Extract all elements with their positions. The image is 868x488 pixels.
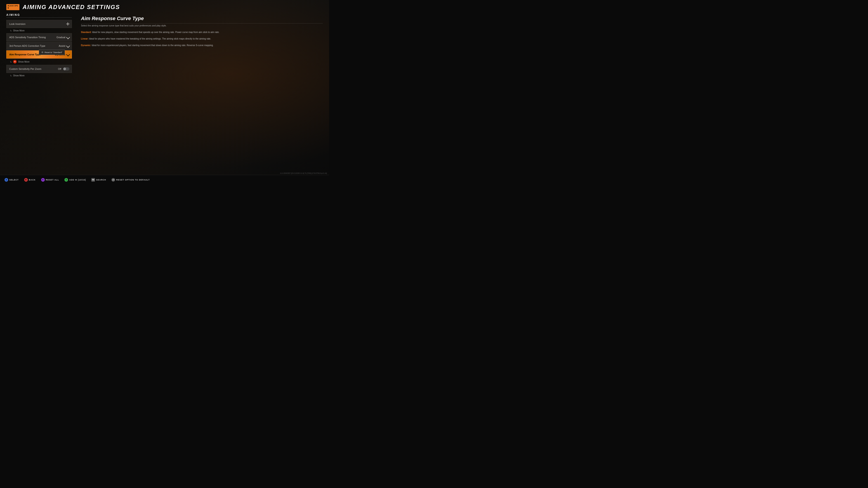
setting-label-ads-sensitivity: ADS Sensitivity Transition Timing [6,36,54,39]
info-text-linear: Ideal for players who have mastered the … [89,37,211,40]
bottom-btn-reset-option[interactable]: LS RESET OPTION TO DEFAULT [112,178,150,182]
plus-icon [66,22,69,26]
show-more-text-custom: Show More [13,74,25,77]
toggle-container: Off [58,67,69,70]
show-more-arrow: ↳ [10,29,12,32]
info-key-dynamic: Dynamic: [81,44,91,46]
show-more-custom-sensitivity[interactable]: ↳ Show More [6,73,72,78]
btn-label-back: BACK [29,179,36,181]
info-entry-standard: Standard: Ideal for new players, slow st… [81,31,323,34]
reset-tooltip[interactable]: ⟲ Reset to "Standard" [39,50,65,55]
game-logo: BLACK OPS 6 [6,4,20,10]
show-more-text: Show More [13,29,25,32]
bottom-bar: A SELECT B BACK X RESET ALL Y ADD ★ [10/… [0,175,329,184]
section-label: AIMING [6,13,72,18]
bottom-btn-reset-all[interactable]: X RESET ALL [41,178,59,182]
setting-label-look-inversion: Look Inversion [6,23,64,25]
btn-label-reset-all: RESET ALL [46,179,59,181]
info-entry-linear: Linear: Ideal for players who have maste… [81,37,323,40]
bottom-btn-add[interactable]: Y ADD ★ [10/15] [64,178,86,182]
btn-circle-ls: LS [112,178,115,182]
3rd-person-value-text: Assist [59,44,65,47]
bottom-btn-back[interactable]: B BACK [24,178,36,182]
chevron-icon-aim [66,53,70,57]
toggle-thumb [63,68,66,70]
setting-row-3rd-person[interactable]: 3rd Person ADS Correction Type Assist ⟲ … [6,42,72,50]
ads-value-text: Gradual [57,36,65,39]
header: BLACK OPS 6 AIMING ADVANCED SETTINGS [0,0,329,13]
setting-value-3rd-person: Assist [57,44,72,47]
btn-circle-y: Y [64,178,68,182]
left-panel: AIMING Look Inversion ↳ Show More ADS Se… [6,13,72,170]
setting-row-custom-sensitivity[interactable]: Custom Sensitivity Per Zoom Off [6,65,72,73]
btn-circle-x: X [41,178,45,182]
show-more-look-inversion[interactable]: ↳ Show More [6,29,72,33]
setting-value-look-inversion [64,22,72,26]
info-subtitle: Select the aiming response curve type th… [81,24,323,27]
setting-label-custom-sensitivity: Custom Sensitivity Per Zoom [6,68,56,70]
bottom-btn-search[interactable]: RB SEARCH [91,178,106,182]
btn-label-add: ADD ★ [10/15] [69,179,86,181]
reset-tooltip-icon: ⟲ [41,51,43,54]
right-panel: Aim Response Curve Type Select the aimin… [81,13,323,170]
setting-value-custom-sensitivity: Off [56,67,72,70]
info-key-linear: Linear: [81,37,88,40]
info-text-standard: Ideal for new players, slow starting mov… [92,31,219,33]
btn-circle-b: B [24,178,28,182]
app-container: BLACK OPS 6 AIMING ADVANCED SETTINGS AIM… [0,0,329,184]
page-title: AIMING ADVANCED SETTINGS [23,4,120,11]
setting-value-ads-sensitivity: Gradual [54,36,72,39]
show-more-arrow-aim: ↳ [10,61,12,63]
settings-list: Look Inversion ↳ Show More ADS Sensitivi… [6,20,72,78]
btn-label-reset-option: RESET OPTION TO DEFAULT [116,179,150,181]
setting-row-look-inversion[interactable]: Look Inversion [6,20,72,28]
info-entry-dynamic: Dynamic: Ideal for more experienced play… [81,43,323,47]
chevron-icon-3rd [66,44,70,48]
info-key-standard: Standard: [81,31,92,33]
btn-label-select: SELECT [9,179,19,181]
setting-row-ads-sensitivity[interactable]: ADS Sensitivity Transition Timing Gradua… [6,33,72,41]
toggle-off-text: Off [58,68,61,70]
chevron-icon-ads [66,35,70,39]
logo-line2: 6 [8,7,18,9]
main-layout: AIMING Look Inversion ↳ Show More ADS Se… [0,13,329,170]
btn-label-search: SEARCH [96,179,106,181]
info-text-dynamic: Ideal for more experienced players, fast… [92,44,214,46]
btn-circle-rb: RB [91,178,95,182]
bottom-btn-select[interactable]: A SELECT [4,178,19,182]
show-more-text-aim: Show More [18,61,30,63]
version-string: 11.4.20442907 [23-0:10236+11:A] Th [7300… [280,172,327,174]
btn-circle-a: A [4,178,8,182]
setting-label-3rd-person: 3rd Person ADS Correction Type [6,44,57,47]
info-title: Aim Response Curve Type [81,15,323,24]
reset-tooltip-text: Reset to "Standard" [44,51,62,54]
x-icon-btn[interactable]: ✕ [13,60,17,64]
logo-line1: BLACK OPS [8,5,18,7]
toggle-track[interactable] [63,67,69,70]
show-more-arrow-custom: ↳ [10,74,12,77]
show-more-aim-response[interactable]: ↳ ✕ Show More [6,59,72,64]
